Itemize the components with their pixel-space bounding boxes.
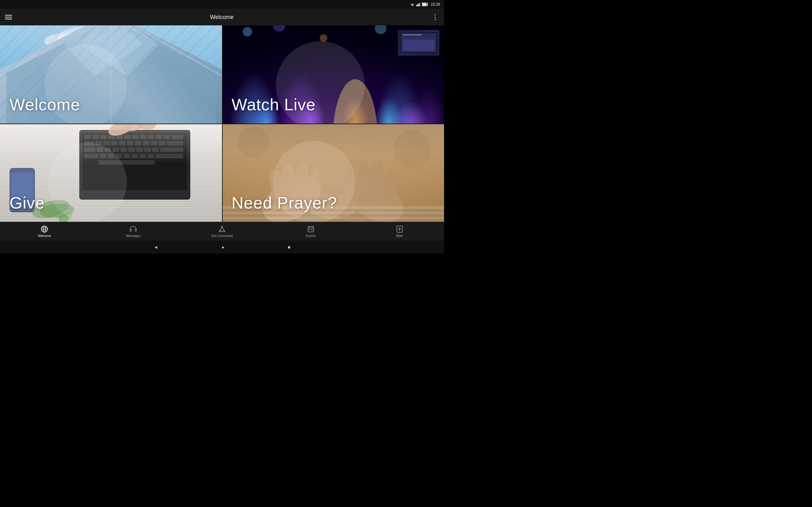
svg-point-11 [44, 33, 83, 49]
app-bar: Welcome ⋮ [0, 9, 444, 25]
svg-rect-62 [84, 147, 96, 152]
screen-thumbnail [398, 30, 439, 55]
svg-rect-44 [124, 135, 131, 139]
svg-line-14 [0, 25, 111, 76]
svg-rect-3 [419, 3, 420, 6]
recents-button[interactable]: ■ [288, 245, 290, 250]
svg-rect-61 [166, 141, 183, 146]
svg-rect-46 [140, 135, 147, 139]
svg-rect-58 [143, 141, 150, 146]
calendar-icon [307, 225, 315, 233]
give-cell[interactable]: Give [0, 124, 222, 222]
svg-point-89 [59, 214, 68, 222]
nav-events-label: Events [306, 234, 316, 238]
prayer-cell[interactable]: Need Prayer? [222, 124, 444, 222]
svg-point-9 [57, 25, 133, 51]
nav-welcome[interactable]: Welcome [0, 225, 89, 238]
svg-rect-43 [116, 135, 123, 139]
svg-rect-35 [403, 40, 435, 51]
back-button[interactable]: ◄ [154, 245, 158, 250]
svg-point-27 [320, 34, 327, 42]
battery-icon [422, 3, 428, 6]
svg-rect-57 [135, 141, 142, 146]
svg-rect-48 [155, 135, 162, 139]
nav-events[interactable]: Events [266, 225, 355, 238]
svg-rect-73 [100, 154, 107, 158]
svg-rect-128 [311, 229, 312, 230]
svg-point-83 [121, 124, 145, 133]
status-icons: 10:26 [410, 2, 440, 7]
watchlive-cell[interactable]: Watch Live [222, 25, 444, 124]
svg-point-109 [393, 130, 432, 168]
svg-rect-60 [159, 141, 165, 146]
svg-rect-63 [96, 147, 103, 152]
svg-rect-2 [417, 4, 418, 6]
nav-getconnected-label: Get Connected [211, 234, 233, 238]
svg-rect-70 [152, 147, 159, 152]
bottom-nav: Welcome Messages Get Connected [0, 222, 444, 241]
svg-rect-47 [148, 135, 154, 139]
svg-point-84 [136, 124, 157, 130]
svg-point-28 [375, 25, 386, 34]
svg-point-26 [273, 25, 286, 32]
nav-bible-label: Bible [396, 234, 403, 238]
svg-rect-64 [104, 147, 111, 152]
svg-marker-18 [63, 25, 143, 76]
svg-rect-71 [160, 147, 183, 152]
svg-rect-34 [403, 34, 422, 36]
headphone-icon [130, 225, 137, 233]
svg-rect-66 [120, 147, 127, 152]
home-button[interactable]: ● [221, 245, 224, 250]
svg-rect-6 [427, 4, 428, 5]
svg-rect-106 [222, 219, 444, 222]
nav-messages-label: Messages [126, 234, 141, 238]
svg-rect-78 [139, 154, 146, 158]
svg-rect-54 [111, 141, 118, 146]
svg-rect-39 [84, 135, 91, 139]
watchlive-label: Watch Live [232, 95, 316, 114]
svg-rect-49 [163, 135, 170, 139]
svg-rect-37 [79, 130, 190, 200]
svg-rect-50 [171, 135, 183, 139]
svg-point-100 [356, 161, 373, 203]
nav-messages[interactable]: Messages [89, 225, 177, 238]
welcome-label: Welcome [9, 95, 80, 114]
prayer-label: Need Prayer? [232, 193, 337, 212]
wifi-icon [410, 3, 415, 6]
svg-rect-42 [108, 135, 115, 139]
menu-button[interactable] [5, 15, 12, 19]
svg-line-120 [220, 228, 222, 231]
svg-marker-17 [79, 25, 159, 76]
svg-rect-56 [127, 141, 134, 146]
svg-rect-53 [103, 141, 110, 146]
svg-rect-65 [112, 147, 119, 152]
svg-rect-55 [119, 141, 126, 146]
app-bar-title: Welcome [210, 14, 234, 20]
welcome-cell[interactable]: Welcome [0, 25, 222, 124]
svg-point-10 [86, 25, 136, 44]
svg-rect-127 [309, 229, 310, 230]
signal-icon [416, 3, 420, 6]
svg-rect-80 [155, 154, 183, 158]
svg-rect-52 [95, 141, 102, 146]
svg-rect-4 [420, 3, 420, 6]
svg-point-118 [219, 231, 220, 232]
more-options-button[interactable]: ⋮ [432, 13, 439, 21]
nav-getconnected[interactable]: Get Connected [177, 225, 266, 238]
svg-line-15 [111, 25, 222, 76]
give-label: Give [9, 193, 45, 212]
svg-rect-41 [100, 135, 107, 139]
nav-bible[interactable]: Bible [355, 225, 444, 238]
time-display: 10:26 [431, 2, 440, 7]
svg-rect-79 [147, 154, 154, 158]
svg-rect-7 [422, 3, 426, 6]
svg-line-121 [222, 228, 224, 231]
horizontal-divider [0, 124, 444, 124]
svg-rect-123 [308, 227, 314, 232]
svg-point-90 [64, 212, 72, 219]
svg-point-0 [412, 6, 413, 6]
svg-point-25 [243, 27, 252, 37]
status-bar: 10:26 [0, 0, 444, 9]
svg-point-23 [374, 73, 425, 124]
svg-rect-51 [84, 141, 94, 146]
